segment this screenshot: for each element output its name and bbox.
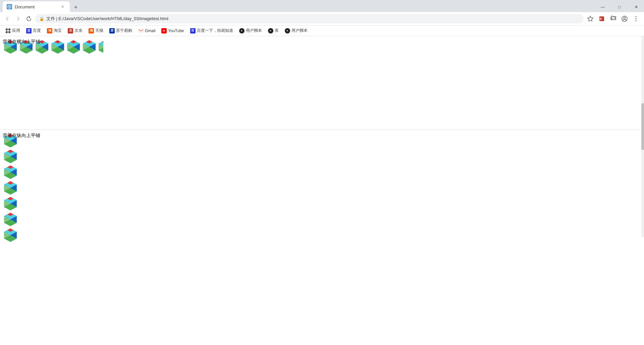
bookmark-tianmao[interactable]: 猫 天猫 [86,26,106,35]
cube-y-2 [3,148,18,164]
section1-label: 背景在横向上平铺 [3,39,40,45]
bookmark-userscript2-label: 用户脚本 [291,28,308,33]
address-text: 文件 | E:/Java/VSCodeUser/work/HTML/day_03… [46,16,579,22]
section-repeat-x: 背景在横向上平铺 [0,36,644,130]
cube-4 [50,39,66,55]
forward-button[interactable] [13,14,23,23]
cube-5 [66,39,82,55]
ku-icon: ● [268,28,273,33]
reload-button[interactable] [24,14,34,23]
bookmark-suning[interactable]: 苏 苏宁易购 [107,26,135,35]
scrollbar-thumb[interactable] [641,103,644,150]
svg-rect-9 [6,28,8,30]
bookmark-ku[interactable]: ● 库 [265,26,281,35]
svg-marker-14 [163,30,165,32]
gmail-icon [138,28,144,33]
jd-icon: 京 [68,28,73,33]
bookmark-baidu2[interactable]: 百 百度一下，你就知道 [187,26,236,35]
youtube-icon [161,28,167,33]
cube-y-7 [3,227,18,243]
browser-chrome: Document × + — □ ✕ 🔒 文件 | E:/Java/VSCode… [0,0,644,36]
svg-rect-11 [6,31,8,33]
bookmark-ku-label: 库 [275,28,279,33]
bookmark-jd[interactable]: 京 京东 [65,26,85,35]
tab-bar: Document × + — □ ✕ [0,0,644,12]
address-lock-icon: 🔒 [39,16,44,21]
toolbar-right: P [585,13,641,24]
cube-6 [82,39,97,55]
window-controls: — □ ✕ [595,2,644,12]
bookmarks-bar: 应用 百 百度 淘 淘宝 京 京东 猫 天猫 苏 苏宁易购 [0,25,644,36]
section-repeat-y: 背景在纵向上平铺 [0,130,644,264]
cube-y-6 [3,211,18,227]
more-options-button[interactable] [631,13,641,24]
bookmark-youtube[interactable]: YouTube [159,27,186,35]
browser-tab[interactable]: Document × [3,1,70,12]
bookmark-userscript1-label: 用户脚本 [246,28,262,33]
bookmark-apps[interactable]: 应用 [3,26,23,35]
apps-icon [5,28,11,33]
tab-favicon [7,4,12,9]
scrollbar[interactable] [641,36,644,237]
svg-point-7 [636,18,637,19]
extension-button[interactable]: P [596,13,607,24]
address-bar[interactable]: 🔒 文件 | E:/Java/VSCodeUser/work/HTML/day_… [35,14,584,23]
bookmark-tianmao-label: 天猫 [95,28,103,33]
svg-rect-13 [139,29,143,32]
svg-rect-10 [8,28,10,30]
svg-text:P: P [600,17,602,21]
baidu2-icon: 百 [190,28,196,33]
taobao-icon: 淘 [47,28,52,33]
tab-close-btn[interactable]: × [60,4,66,10]
userscript1-icon: ● [239,28,245,33]
bookmark-suning-label: 苏宁易购 [116,28,132,33]
profile-button[interactable] [619,13,630,24]
tianmao-icon: 猫 [89,28,94,33]
page-content: 背景在横向上平铺 [0,36,644,264]
svg-point-5 [624,17,626,19]
svg-point-1 [9,6,10,7]
cube-y-4 [3,180,18,196]
cube-y-5 [3,196,18,211]
bookmark-star-button[interactable] [585,13,596,24]
close-button[interactable]: ✕ [629,2,644,12]
minimize-button[interactable]: — [595,2,610,12]
cube-7 [97,39,103,55]
new-tab-button[interactable]: + [71,3,80,12]
svg-rect-12 [8,31,10,33]
back-button[interactable] [3,14,12,23]
bookmark-baidu-label: 百度 [33,28,41,33]
section2-label: 背景在纵向上平铺 [3,133,40,139]
bookmark-userscript1[interactable]: ● 用户脚本 [236,26,265,35]
bookmark-youtube-label: YouTube [168,28,184,33]
bookmark-baidu[interactable]: 百 百度 [23,26,44,35]
toolbar: 🔒 文件 | E:/Java/VSCodeUser/work/HTML/day_… [0,12,644,25]
bookmark-baidu2-label: 百度一下，你就知道 [197,28,233,33]
extensions-puzzle-button[interactable] [608,13,619,24]
bookmark-userscript2[interactable]: ● 用户脚本 [282,26,310,35]
userscript2-icon: ● [285,28,290,33]
cube-y-3 [3,164,18,180]
suning-icon: 苏 [109,28,115,33]
bookmark-taobao-label: 淘宝 [54,28,62,33]
bookmark-taobao[interactable]: 淘 淘宝 [44,26,64,35]
bookmark-jd-label: 京东 [74,28,83,33]
svg-point-8 [636,20,637,21]
bookmark-gmail[interactable]: Gmail [136,27,158,35]
bookmark-apps-label: 应用 [12,28,20,33]
bookmark-gmail-label: Gmail [145,28,155,33]
tab-title: Document [15,4,57,9]
baidu-icon: 百 [26,28,32,33]
maximize-button[interactable]: □ [612,2,627,12]
svg-point-6 [636,16,637,17]
repeat-y-container [3,133,19,243]
